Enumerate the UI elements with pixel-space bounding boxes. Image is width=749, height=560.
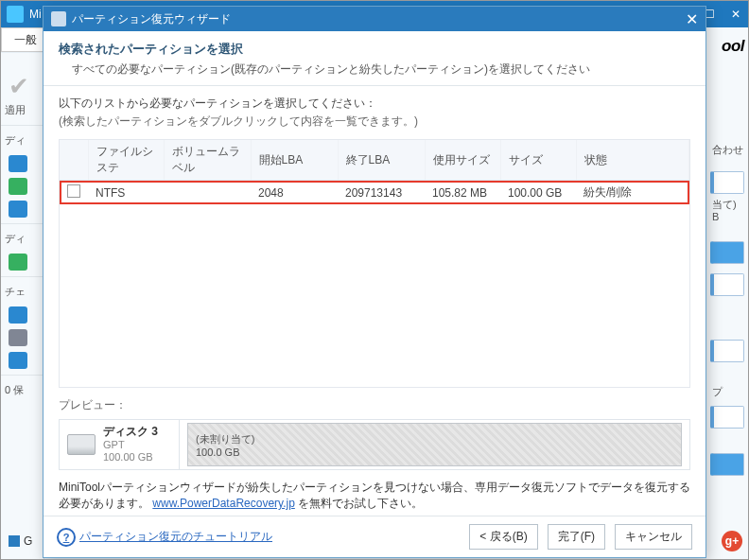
back-button[interactable]: < 戻る(B) bbox=[469, 524, 537, 550]
wizard-titlebar: パーティション復元ウィザード ✕ bbox=[44, 7, 705, 31]
wizard-title: パーティション復元ウィザード bbox=[72, 11, 231, 27]
row-checkbox[interactable] bbox=[67, 184, 80, 198]
tutorial-link[interactable]: ? パーティション復元のチュートリアル bbox=[57, 528, 272, 547]
partition-table: ファイルシステ ボリュームラベル 開始LBA 終了LBA 使用サイズ サイズ 状… bbox=[59, 139, 690, 388]
table-row[interactable]: NTFS 2048 209713143 105.82 MB 100.00 GB … bbox=[60, 181, 689, 205]
right-block-2 bbox=[710, 241, 744, 264]
hdd-icon bbox=[67, 434, 96, 455]
right-block-3 bbox=[710, 273, 744, 296]
notice-link[interactable]: www.PowerDataRecovery.jp bbox=[152, 497, 295, 510]
main-title: Mi bbox=[29, 8, 42, 21]
brand-ool: ool bbox=[722, 37, 744, 56]
disk-type: GPT bbox=[103, 439, 158, 451]
cell-fs: NTFS bbox=[88, 181, 164, 205]
tool-icon-5[interactable] bbox=[9, 306, 27, 324]
cell-used: 105.82 MB bbox=[425, 181, 500, 205]
tool-icon-3[interactable] bbox=[9, 201, 27, 218]
col-used: 使用サイズ bbox=[425, 140, 500, 181]
cell-end: 209713143 bbox=[338, 181, 425, 205]
wizard-header: 検索されたパーティションを選択 すべての必要なパーティション(既存のパーティショ… bbox=[44, 31, 705, 86]
right-block-4 bbox=[710, 340, 744, 362]
wizard-body: 以下のリストから必要なパーティションを選択してください： (検索したパーティショ… bbox=[44, 86, 705, 516]
table-header-row: ファイルシステ ボリュームラベル 開始LBA 終了LBA 使用サイズ サイズ 状… bbox=[60, 140, 689, 181]
col-size: サイズ bbox=[500, 140, 576, 181]
col-start: 開始LBA bbox=[251, 140, 338, 181]
body-hint-2: (検索したパーティションをダブルクリックして内容を一覧できます。) bbox=[59, 114, 690, 130]
segment-line1: (未割り当て) bbox=[196, 432, 673, 446]
right-text-combine: 合わせ bbox=[712, 143, 743, 157]
tutorial-link-text: パーティション復元のチュートリアル bbox=[79, 529, 272, 545]
legend-swatch bbox=[9, 535, 20, 547]
recovery-notice: MiniToolパーティションウィザードが紛失したパーティションを見つけない場合… bbox=[59, 480, 690, 512]
col-state: 状態 bbox=[576, 140, 689, 181]
tool-icon-4[interactable] bbox=[9, 254, 27, 271]
disk-size: 100.00 GB bbox=[103, 451, 158, 464]
wizard-heading: 検索されたパーティションを選択 bbox=[59, 41, 690, 58]
cell-state: 紛失/削除 bbox=[576, 181, 689, 205]
wizard-icon bbox=[51, 11, 66, 26]
right-block-6 bbox=[710, 453, 744, 476]
right-text-3: プ bbox=[712, 385, 723, 399]
preview-segment-unallocated[interactable]: (未割り当て) 100.0 GB bbox=[187, 423, 682, 466]
col-fs: ファイルシステ bbox=[88, 140, 164, 181]
app-icon bbox=[7, 6, 24, 23]
disk-preview: ディスク 3 GPT 100.00 GB (未割り当て) 100.0 GB bbox=[59, 419, 690, 470]
apply-check-icon: ✔ bbox=[9, 72, 44, 101]
cell-label bbox=[164, 181, 251, 205]
finish-button[interactable]: 完了(F) bbox=[548, 524, 605, 550]
cancel-button[interactable]: キャンセル bbox=[615, 524, 692, 550]
right-block-5 bbox=[710, 406, 744, 429]
tool-icon-2[interactable] bbox=[9, 178, 27, 195]
apply-label: 適用 bbox=[1, 101, 44, 119]
wizard-subheading: すべての必要なパーティション(既存のパーティションと紛失したパーティション)を選… bbox=[72, 61, 690, 78]
section-disk2: ディ bbox=[1, 230, 44, 248]
section-disk: ディ bbox=[1, 131, 44, 149]
right-text-2: B bbox=[712, 211, 719, 222]
preview-disk-info: ディスク 3 GPT 100.00 GB bbox=[60, 420, 180, 469]
legend-text: G bbox=[24, 534, 32, 548]
cell-start: 2048 bbox=[251, 181, 338, 205]
section-check: チェ bbox=[1, 283, 44, 301]
legend: G bbox=[9, 534, 32, 548]
tool-icon-1[interactable] bbox=[9, 155, 27, 172]
segment-line2: 100.0 GB bbox=[196, 446, 673, 458]
help-icon: ? bbox=[57, 528, 76, 547]
right-text-1: 当て) bbox=[712, 198, 737, 212]
gplus-icon[interactable]: g+ bbox=[722, 531, 742, 551]
tool-icon-6[interactable] bbox=[9, 329, 27, 346]
right-panel: ool 合わせ 当て) B プ g+ bbox=[706, 27, 748, 559]
cell-size: 100.00 GB bbox=[500, 181, 576, 205]
right-block-1 bbox=[710, 171, 744, 194]
body-hint-1: 以下のリストから必要なパーティションを選択してください： bbox=[59, 96, 690, 112]
disk-name: ディスク 3 bbox=[103, 426, 158, 439]
wizard-close-icon[interactable]: ✕ bbox=[686, 10, 698, 28]
notice-text-2: を無料でお試し下さい。 bbox=[298, 497, 423, 510]
col-checkbox bbox=[60, 140, 88, 181]
col-label: ボリュームラベル bbox=[164, 140, 251, 181]
wizard-footer: ? パーティション復元のチュートリアル < 戻る(B) 完了(F) キャンセル bbox=[44, 516, 705, 557]
preview-bar: (未割り当て) 100.0 GB bbox=[180, 420, 689, 469]
col-end: 終了LBA bbox=[338, 140, 425, 181]
tool-icon-7[interactable] bbox=[9, 352, 27, 369]
section-protect: 0 保 bbox=[1, 381, 44, 399]
partition-recovery-wizard: パーティション復元ウィザード ✕ 検索されたパーティションを選択 すべての必要な… bbox=[43, 6, 706, 558]
left-sidebar: ✔ 適用 ディ ディ チェ 0 保 bbox=[1, 53, 44, 559]
window-close-icon[interactable]: ✕ bbox=[727, 8, 744, 21]
preview-label: プレビュー： bbox=[59, 397, 690, 413]
